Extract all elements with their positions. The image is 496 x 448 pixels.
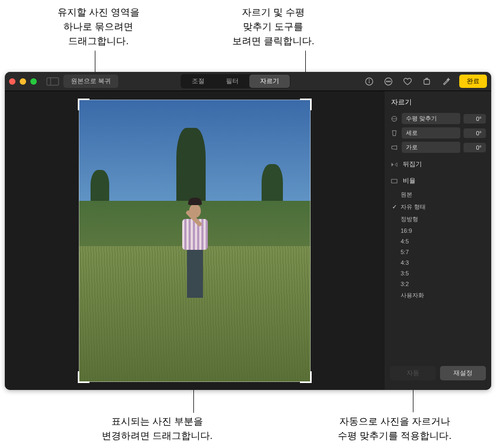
straighten-row: 수평 맞추기 0° [385,111,491,126]
aspect-section: 비율 [385,173,491,188]
aspect-label: 비율 [403,176,416,185]
crop-frame[interactable] [79,100,311,382]
straighten-slider[interactable]: 수평 맞추기 [402,113,460,124]
ratio-original[interactable]: 원본 [391,189,491,201]
aspect-ratio-icon [390,177,399,185]
close-window-button[interactable] [9,78,15,85]
thumbnail-toggle-icon[interactable] [46,77,59,86]
auto-enhance-icon[interactable] [440,76,452,87]
toolbar: 원본으로 복귀 조절 필터 자르기 [5,72,491,91]
callout-auto-crop: 자동으로 사진을 자르거나 수평 맞추기를 적용합니다. [328,414,461,443]
svg-point-4 [369,79,370,80]
ratio-16-9[interactable]: 16:9 [391,225,491,236]
vertical-row: 세로 0° [385,126,491,140]
vertical-slider[interactable]: 세로 [402,127,460,139]
sidebar-title: 자르기 [385,95,491,111]
ratio-custom[interactable]: 사용자화 [391,289,491,302]
flip-label: 뒤집기 [403,160,422,169]
sidebar-footer: 자동 재설정 [385,361,491,386]
callout-line [413,387,413,412]
callout-crop-tool: 자르기 및 수평 맞추기 도구를 보려면 클릭합니다. [217,5,329,48]
flip-section[interactable]: 뒤집기 [385,157,491,171]
aspect-ratio-list: 원본 자유 형태 정방형 16:9 4:5 5:7 4:3 3:5 3:2 사용… [385,188,491,304]
ratio-4-5[interactable]: 4:5 [391,236,491,247]
extensions-icon[interactable] [421,76,433,87]
window-controls [9,78,37,85]
svg-point-8 [389,81,391,82]
ratio-freeform[interactable]: 자유 형태 [391,201,491,213]
vertical-value[interactable]: 0° [464,128,486,138]
info-icon[interactable] [363,76,375,87]
ratio-5-7[interactable]: 5:7 [391,247,491,257]
reset-crop-button[interactable]: 재설정 [440,366,486,380]
horizontal-slider[interactable]: 가로 [402,142,460,153]
svg-point-6 [386,81,387,82]
fullscreen-window-button[interactable] [30,78,37,85]
more-icon[interactable] [383,76,394,87]
photos-edit-window: 원본으로 복귀 조절 필터 자르기 [5,72,491,390]
ratio-square[interactable]: 정방형 [391,213,491,225]
minimize-window-button[interactable] [20,78,26,85]
edit-mode-segments: 조절 필터 자르기 [181,74,290,88]
svg-rect-12 [392,179,397,183]
crop-sidebar: 자르기 수평 맞추기 0° 세로 0° [385,91,491,390]
flip-icon [390,161,399,168]
content-area: 자르기 수평 맞추기 0° 세로 0° [5,91,491,390]
horizontal-perspective-icon [390,144,399,151]
tab-crop[interactable]: 자르기 [249,75,290,88]
photo-preview[interactable] [79,100,311,382]
callout-crop-drag: 유지할 사진 영역을 하나로 묶으려면 드래그합니다. [43,5,155,48]
svg-rect-9 [424,79,430,84]
ratio-4-3[interactable]: 4:3 [391,257,491,268]
straighten-value[interactable]: 0° [464,114,486,124]
horizontal-row: 가로 0° [385,140,491,154]
done-button[interactable]: 완료 [459,75,487,88]
ratio-3-5[interactable]: 3:5 [391,268,491,279]
canvas-area [5,91,385,390]
tab-adjust[interactable]: 조절 [181,75,215,88]
revert-to-original-button[interactable]: 원본으로 복귀 [63,75,118,88]
toolbar-right-group: 완료 [363,75,487,88]
vertical-perspective-icon [390,129,399,137]
auto-crop-button[interactable]: 자동 [390,366,436,380]
ratio-3-2[interactable]: 3:2 [391,279,491,289]
straighten-icon [390,115,399,123]
tab-filters[interactable]: 필터 [215,75,249,88]
svg-point-7 [388,81,389,82]
svg-rect-0 [47,78,59,85]
callout-line [193,388,194,413]
horizontal-value[interactable]: 0° [464,143,486,152]
favorite-icon[interactable] [402,76,413,87]
callout-move-photo: 표시되는 사진 부분을 변경하려면 드래그합니다. [91,414,224,443]
